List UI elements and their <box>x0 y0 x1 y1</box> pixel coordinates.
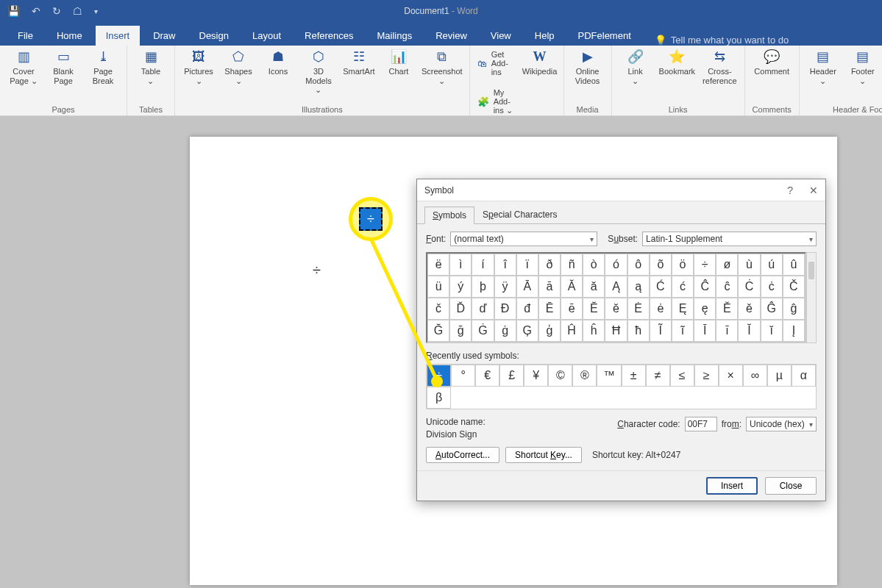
symbol-cell[interactable]: ú <box>761 254 783 276</box>
symbol-cell[interactable]: ó <box>605 254 627 276</box>
symbol-cell[interactable]: ö <box>672 254 694 276</box>
recent-symbol-cell[interactable]: × <box>719 365 743 387</box>
symbol-cell[interactable]: Ĭ <box>738 320 760 342</box>
close-icon[interactable]: ✕ <box>809 184 818 196</box>
my-addins-button[interactable]: 🧩My Add-ins ⌄ <box>477 87 513 117</box>
symbol-cell[interactable]: ì <box>449 254 472 276</box>
recent-symbol-cell[interactable]: ± <box>622 365 646 387</box>
symbol-cell[interactable]: Č <box>783 276 805 298</box>
online-videos-button[interactable]: ▶Online Videos <box>572 49 604 85</box>
symbol-cell[interactable]: ą <box>627 276 650 298</box>
symbol-cell[interactable]: Ě <box>716 298 738 320</box>
scroll-thumb[interactable] <box>808 262 814 279</box>
from-select[interactable]: Unicode (hex) ▾ <box>746 417 817 431</box>
tab-references[interactable]: References <box>294 26 363 46</box>
symbol-cell[interactable]: ĩ <box>672 320 694 342</box>
font-select[interactable]: (normal text) ▾ <box>450 232 597 246</box>
tab-help[interactable]: Help <box>524 26 565 46</box>
symbol-cell[interactable]: ý <box>449 276 472 298</box>
symbol-cell[interactable]: ï <box>516 254 538 276</box>
recent-symbol-cell[interactable]: µ <box>767 365 792 387</box>
recent-symbol-cell[interactable]: ∞ <box>743 365 767 387</box>
pictures-button[interactable]: 🖼Pictures ⌄ <box>182 49 215 85</box>
shapes-button[interactable]: ⬠Shapes ⌄ <box>222 49 255 85</box>
tab-insert[interactable]: Insert <box>96 26 141 46</box>
recent-symbol-cell[interactable]: ° <box>451 365 475 387</box>
recent-symbol-cell[interactable]: ≥ <box>694 365 719 387</box>
3d-models-button[interactable]: ⬡3D Models ⌄ <box>302 49 335 95</box>
symbol-cell[interactable]: Ę <box>672 298 694 320</box>
grid-scrollbar[interactable] <box>806 252 817 343</box>
subset-select[interactable]: Latin-1 Supplement ▾ <box>642 232 817 246</box>
recent-symbol-cell[interactable]: ¥ <box>524 365 548 387</box>
symbol-cell[interactable]: õ <box>650 254 672 276</box>
symbol-cell[interactable]: ð <box>538 254 561 276</box>
symbol-cell[interactable]: Ă <box>561 276 583 298</box>
footer-button[interactable]: ▤Footer ⌄ <box>847 49 879 85</box>
symbol-cell[interactable]: Ġ <box>472 320 494 342</box>
symbol-cell[interactable]: ÷ <box>694 254 716 276</box>
charcode-input[interactable]: 00F7 <box>685 417 717 431</box>
recent-symbol-cell[interactable]: € <box>475 365 499 387</box>
tab-draw[interactable]: Draw <box>143 26 185 46</box>
symbol-cell[interactable]: Ė <box>627 298 650 320</box>
insert-button[interactable]: Insert <box>706 477 758 495</box>
close-button[interactable]: Close <box>765 477 817 495</box>
help-icon[interactable]: ? <box>787 184 793 196</box>
cover-page-button[interactable]: ▥Cover Page ⌄ <box>7 49 40 85</box>
symbol-cell[interactable]: Ċ <box>738 276 760 298</box>
blank-page-button[interactable]: ▭Blank Page <box>47 49 79 85</box>
symbol-cell[interactable]: Ĥ <box>561 320 583 342</box>
symbol-cell[interactable]: Ī <box>694 320 716 342</box>
symbol-cell[interactable]: Ē <box>538 298 561 320</box>
tab-review[interactable]: Review <box>425 26 477 46</box>
symbol-cell[interactable]: ē <box>561 298 583 320</box>
symbol-cell[interactable]: ø <box>716 254 738 276</box>
symbol-cell[interactable]: ĭ <box>761 320 783 342</box>
recent-symbol-cell[interactable]: β <box>427 387 451 409</box>
symbol-cell[interactable]: đ <box>516 298 538 320</box>
symbol-cell[interactable]: ę <box>694 298 716 320</box>
tab-symbols[interactable]: Symbols <box>424 207 474 224</box>
get-addins-button[interactable]: 🛍Get Add-ins <box>477 49 513 78</box>
touch-mode-icon[interactable]: ☖ <box>73 5 82 17</box>
symbol-cell[interactable]: ħ <box>627 320 650 342</box>
symbol-cell[interactable]: ô <box>627 254 650 276</box>
symbol-cell[interactable]: ė <box>650 298 672 320</box>
symbol-cell[interactable]: Ď <box>449 298 472 320</box>
recent-symbol-cell[interactable]: ™ <box>597 365 621 387</box>
page-break-button[interactable]: ⤓Page Break <box>87 49 119 85</box>
recent-symbol-cell[interactable]: ≤ <box>670 365 694 387</box>
symbol-cell[interactable]: Ħ <box>605 320 627 342</box>
symbol-cell[interactable]: Ĩ <box>650 320 672 342</box>
symbol-cell[interactable]: û <box>783 254 805 276</box>
recent-symbol-cell[interactable]: £ <box>499 365 524 387</box>
symbol-cell[interactable]: ñ <box>561 254 583 276</box>
tab-home[interactable]: Home <box>46 26 93 46</box>
link-button[interactable]: 🔗Link ⌄ <box>619 49 652 85</box>
symbol-cell[interactable]: Ĉ <box>694 276 716 298</box>
symbol-cell[interactable]: ğ <box>449 320 472 342</box>
recent-symbol-cell[interactable]: ≠ <box>646 365 670 387</box>
symbol-cell[interactable]: ĉ <box>716 276 738 298</box>
symbol-cell[interactable]: þ <box>472 276 494 298</box>
undo-icon[interactable]: ↶ <box>32 5 40 17</box>
symbol-cell[interactable]: Ā <box>516 276 538 298</box>
autocorrect-button[interactable]: AutoCorrect... <box>426 447 499 463</box>
shortcut-key-button[interactable]: Shortcut Key... <box>505 447 582 463</box>
symbol-cell[interactable]: Ğ <box>427 320 449 342</box>
redo-icon[interactable]: ↻ <box>52 5 61 17</box>
dialog-titlebar[interactable]: Symbol ? ✕ <box>417 179 825 201</box>
symbol-cell[interactable]: ā <box>538 276 561 298</box>
comment-button[interactable]: 💬Comment <box>754 49 789 76</box>
symbol-cell[interactable]: Ĕ <box>583 298 605 320</box>
chart-button[interactable]: 📊Chart <box>383 49 415 76</box>
symbol-cell[interactable]: ĥ <box>583 320 605 342</box>
tab-file[interactable]: File <box>7 26 43 46</box>
symbol-cell[interactable]: ĕ <box>605 298 627 320</box>
save-icon[interactable]: 💾 <box>7 5 20 17</box>
tab-view[interactable]: View <box>480 26 522 46</box>
symbol-cell[interactable]: ī <box>716 320 738 342</box>
symbol-cell[interactable]: ĝ <box>783 298 805 320</box>
symbol-cell[interactable]: č <box>427 298 449 320</box>
